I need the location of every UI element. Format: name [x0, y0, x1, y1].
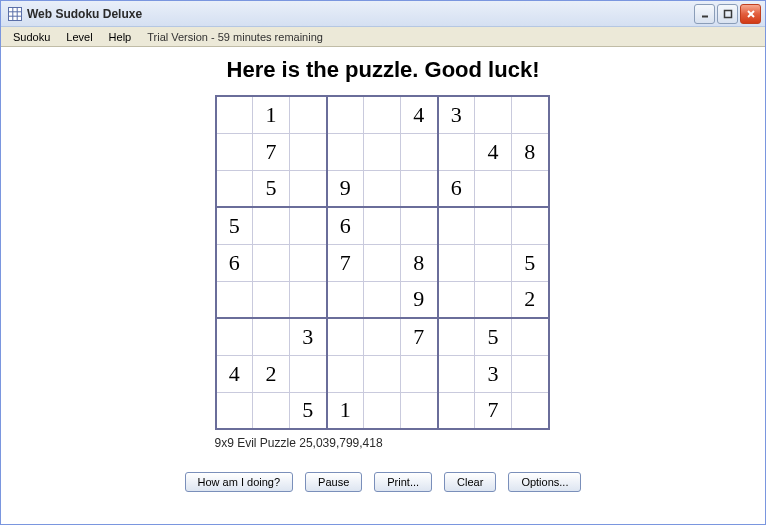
- sudoku-container: 14374859656678592375423517 9x9 Evil Puzz…: [215, 95, 552, 450]
- sudoku-cell[interactable]: [438, 392, 475, 429]
- sudoku-cell[interactable]: [253, 392, 290, 429]
- sudoku-cell[interactable]: [364, 170, 401, 207]
- sudoku-cell[interactable]: 3: [438, 96, 475, 133]
- menu-level[interactable]: Level: [58, 29, 100, 45]
- sudoku-cell[interactable]: [327, 96, 364, 133]
- sudoku-cell[interactable]: [512, 318, 549, 355]
- sudoku-cell[interactable]: [216, 281, 253, 318]
- sudoku-cell[interactable]: [290, 281, 327, 318]
- sudoku-cell[interactable]: [401, 392, 438, 429]
- sudoku-cell[interactable]: 9: [327, 170, 364, 207]
- sudoku-cell[interactable]: [475, 244, 512, 281]
- window-controls: [694, 4, 761, 24]
- sudoku-cell[interactable]: [512, 170, 549, 207]
- sudoku-cell[interactable]: [253, 318, 290, 355]
- sudoku-cell[interactable]: 7: [327, 244, 364, 281]
- sudoku-cell[interactable]: 6: [327, 207, 364, 244]
- sudoku-cell[interactable]: [253, 244, 290, 281]
- sudoku-cell[interactable]: 8: [401, 244, 438, 281]
- sudoku-cell[interactable]: [438, 281, 475, 318]
- sudoku-cell[interactable]: 1: [253, 96, 290, 133]
- print-button[interactable]: Print...: [374, 472, 432, 492]
- menu-help[interactable]: Help: [101, 29, 140, 45]
- clear-button[interactable]: Clear: [444, 472, 496, 492]
- sudoku-cell[interactable]: [438, 318, 475, 355]
- sudoku-cell[interactable]: [364, 281, 401, 318]
- sudoku-cell[interactable]: [290, 96, 327, 133]
- sudoku-cell[interactable]: [512, 96, 549, 133]
- sudoku-cell[interactable]: [216, 170, 253, 207]
- window-title: Web Sudoku Deluxe: [27, 7, 694, 21]
- sudoku-cell[interactable]: [475, 207, 512, 244]
- sudoku-cell[interactable]: 1: [327, 392, 364, 429]
- sudoku-cell[interactable]: [364, 133, 401, 170]
- sudoku-cell[interactable]: [364, 96, 401, 133]
- sudoku-cell[interactable]: [290, 355, 327, 392]
- sudoku-cell[interactable]: 2: [253, 355, 290, 392]
- options-button[interactable]: Options...: [508, 472, 581, 492]
- sudoku-cell[interactable]: 2: [512, 281, 549, 318]
- sudoku-cell[interactable]: [401, 355, 438, 392]
- sudoku-cell[interactable]: [475, 281, 512, 318]
- sudoku-cell[interactable]: 4: [216, 355, 253, 392]
- sudoku-cell[interactable]: [475, 96, 512, 133]
- sudoku-cell[interactable]: 5: [512, 244, 549, 281]
- sudoku-cell[interactable]: [512, 392, 549, 429]
- sudoku-cell[interactable]: [253, 207, 290, 244]
- sudoku-cell[interactable]: [216, 318, 253, 355]
- sudoku-cell[interactable]: 4: [401, 96, 438, 133]
- pause-button[interactable]: Pause: [305, 472, 362, 492]
- sudoku-cell[interactable]: [364, 207, 401, 244]
- maximize-button[interactable]: [717, 4, 738, 24]
- sudoku-cell[interactable]: [327, 355, 364, 392]
- how-am-i-doing-button[interactable]: How am I doing?: [185, 472, 294, 492]
- sudoku-cell[interactable]: [512, 355, 549, 392]
- sudoku-cell[interactable]: [364, 244, 401, 281]
- app-icon: [7, 6, 23, 22]
- sudoku-cell[interactable]: 4: [475, 133, 512, 170]
- sudoku-cell[interactable]: 5: [216, 207, 253, 244]
- sudoku-cell[interactable]: 7: [475, 392, 512, 429]
- sudoku-cell[interactable]: [438, 207, 475, 244]
- sudoku-cell[interactable]: [438, 133, 475, 170]
- sudoku-cell[interactable]: 5: [475, 318, 512, 355]
- sudoku-cell[interactable]: [401, 170, 438, 207]
- sudoku-cell[interactable]: 7: [253, 133, 290, 170]
- sudoku-cell[interactable]: 6: [438, 170, 475, 207]
- sudoku-cell[interactable]: [253, 281, 290, 318]
- sudoku-cell[interactable]: [216, 96, 253, 133]
- sudoku-cell[interactable]: 7: [401, 318, 438, 355]
- sudoku-cell[interactable]: [475, 170, 512, 207]
- sudoku-cell[interactable]: [216, 392, 253, 429]
- svg-rect-6: [724, 10, 731, 17]
- sudoku-cell[interactable]: [512, 207, 549, 244]
- sudoku-cell[interactable]: [290, 244, 327, 281]
- sudoku-cell[interactable]: 6: [216, 244, 253, 281]
- sudoku-cell[interactable]: [438, 244, 475, 281]
- sudoku-cell[interactable]: 5: [290, 392, 327, 429]
- puzzle-info: 9x9 Evil Puzzle 25,039,799,418: [215, 436, 552, 450]
- sudoku-cell[interactable]: 5: [253, 170, 290, 207]
- close-button[interactable]: [740, 4, 761, 24]
- sudoku-cell[interactable]: [216, 133, 253, 170]
- sudoku-cell[interactable]: [401, 133, 438, 170]
- sudoku-cell[interactable]: [364, 318, 401, 355]
- sudoku-cell[interactable]: [290, 170, 327, 207]
- sudoku-cell[interactable]: 9: [401, 281, 438, 318]
- sudoku-cell[interactable]: 8: [512, 133, 549, 170]
- sudoku-cell[interactable]: [290, 207, 327, 244]
- sudoku-cell[interactable]: [364, 392, 401, 429]
- sudoku-cell[interactable]: 3: [475, 355, 512, 392]
- sudoku-cell[interactable]: [401, 207, 438, 244]
- titlebar: Web Sudoku Deluxe: [1, 1, 765, 27]
- sudoku-cell[interactable]: [290, 133, 327, 170]
- sudoku-cell[interactable]: [364, 355, 401, 392]
- svg-rect-0: [9, 7, 22, 20]
- sudoku-cell[interactable]: 3: [290, 318, 327, 355]
- sudoku-cell[interactable]: [438, 355, 475, 392]
- sudoku-cell[interactable]: [327, 281, 364, 318]
- menu-sudoku[interactable]: Sudoku: [5, 29, 58, 45]
- minimize-button[interactable]: [694, 4, 715, 24]
- sudoku-cell[interactable]: [327, 318, 364, 355]
- sudoku-cell[interactable]: [327, 133, 364, 170]
